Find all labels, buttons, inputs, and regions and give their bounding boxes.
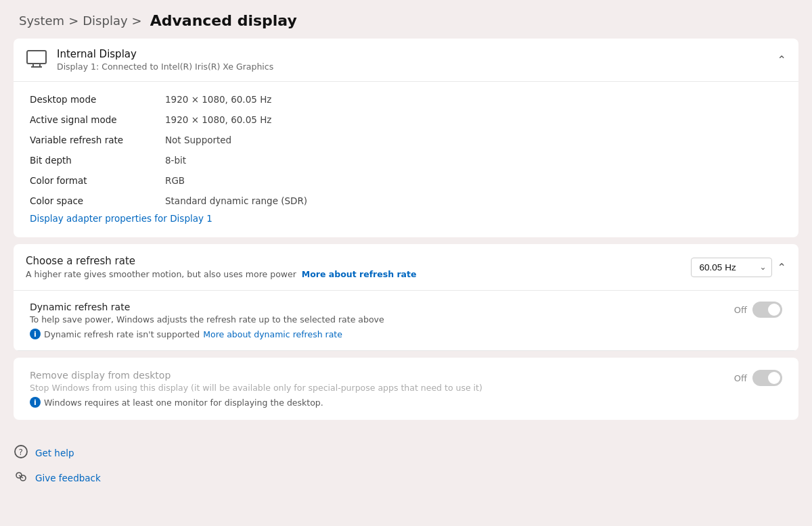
refresh-collapse-icon[interactable]: ⌃ [777,261,786,274]
remove-toggle-label: Off [734,373,747,383]
display-header-left: Internal Display Display 1: Connected to… [26,48,273,72]
collapse-icon[interactable]: ⌃ [777,53,786,66]
info-label-variable-refresh: Variable refresh rate [30,133,165,147]
info-value-color-space: Standard dynamic range (SDR) [165,194,782,208]
display-title: Internal Display [57,48,273,60]
dynamic-refresh-toggle-thumb [768,304,780,316]
svg-text:?: ? [19,448,23,457]
content-area: Internal Display Display 1: Connected to… [0,39,812,433]
refresh-header: Choose a refresh rate A higher rate give… [14,244,798,291]
info-value-variable-refresh: Not Supported [165,133,782,147]
info-label-desktop-mode: Desktop mode [30,93,165,106]
breadcrumb-sep-1: > [68,14,78,28]
dynamic-refresh-row: Dynamic refresh rate To help save power,… [30,302,782,339]
refresh-subtitle: A higher rate gives smoother motion, but… [26,269,691,279]
remove-display-card: Remove display from desktop Stop Windows… [14,358,798,420]
dynamic-toggle-label: Off [734,305,747,315]
display-info: Desktop mode 1920 × 1080, 60.05 Hz Activ… [14,82,798,237]
monitor-icon [26,49,47,70]
info-label-bit-depth: Bit depth [30,153,165,167]
breadcrumb-system[interactable]: System [19,14,64,28]
refresh-header-right: 60.05 Hz 48.00 Hz ⌄ ⌃ [691,258,786,277]
info-label-color-space: Color space [30,194,165,208]
dynamic-info-text: Dynamic refresh rate isn't supported [44,329,200,339]
info-label-color-format: Color format [30,174,165,187]
remove-display-title: Remove display from desktop [30,370,482,381]
dynamic-refresh-left: Dynamic refresh rate To help save power,… [30,302,384,339]
get-help-label: Get help [35,448,74,458]
dynamic-refresh-link[interactable]: More about dynamic refresh rate [203,329,342,339]
refresh-rate-link[interactable]: More about refresh rate [302,269,417,279]
remove-info-text: Windows requires at least one monitor fo… [44,398,323,408]
remove-display-row: Remove display from desktop Stop Windows… [30,370,782,408]
breadcrumb-display[interactable]: Display [83,14,127,28]
svg-rect-0 [27,51,46,64]
give-feedback-label: Give feedback [35,473,101,483]
refresh-subtitle-text: A higher rate gives smoother motion, but… [26,269,296,279]
dynamic-refresh-section: Dynamic refresh rate To help save power,… [14,291,798,351]
adapter-properties-link[interactable]: Display adapter properties for Display 1 [30,213,212,224]
refresh-rate-dropdown-wrapper: 60.05 Hz 48.00 Hz ⌄ [691,258,772,277]
footer-links: ? Get help Give feedback [0,433,812,497]
display-title-group: Internal Display Display 1: Connected to… [57,48,273,72]
internal-display-card: Internal Display Display 1: Connected to… [14,39,798,237]
remove-display-subtitle: Stop Windows from using this display (it… [30,383,482,393]
remove-info-icon: i [30,397,41,408]
remove-display-info: i Windows requires at least one monitor … [30,397,482,408]
info-value-signal-mode: 1920 × 1080, 60.05 Hz [165,113,782,126]
dynamic-refresh-toggle-row: Off [734,302,782,318]
refresh-rate-card: Choose a refresh rate A higher rate give… [14,244,798,351]
remove-display-left: Remove display from desktop Stop Windows… [30,370,482,408]
page-header: System > Display > Advanced display [0,0,812,39]
info-value-color-format: RGB [165,174,782,187]
refresh-header-left: Choose a refresh rate A higher rate give… [26,255,691,279]
remove-display-toggle[interactable] [752,370,782,386]
info-label-signal-mode: Active signal mode [30,113,165,126]
breadcrumb-sep-2: > [132,14,142,28]
info-value-desktop-mode: 1920 × 1080, 60.05 Hz [165,93,782,106]
dynamic-info-icon: i [30,329,41,339]
display-header: Internal Display Display 1: Connected to… [14,39,798,82]
dynamic-refresh-title: Dynamic refresh rate [30,302,384,312]
get-help-icon: ? [14,444,28,461]
info-table: Desktop mode 1920 × 1080, 60.05 Hz Activ… [30,93,782,208]
remove-display-toggle-row: Off [734,370,782,386]
display-subtitle: Display 1: Connected to Intel(R) Iris(R)… [57,62,273,72]
info-value-bit-depth: 8-bit [165,153,782,167]
dynamic-refresh-toggle[interactable] [752,302,782,318]
give-feedback-link[interactable]: Give feedback [14,469,798,486]
page-title: Advanced display [150,12,297,29]
dynamic-refresh-subtitle: To help save power, Windows adjusts the … [30,314,384,325]
dynamic-refresh-info: i Dynamic refresh rate isn't supported M… [30,329,384,339]
give-feedback-icon [14,469,28,486]
remove-display-toggle-thumb [768,372,780,384]
get-help-link[interactable]: ? Get help [14,444,798,461]
refresh-title: Choose a refresh rate [26,255,691,267]
refresh-rate-dropdown[interactable]: 60.05 Hz 48.00 Hz [691,258,772,277]
